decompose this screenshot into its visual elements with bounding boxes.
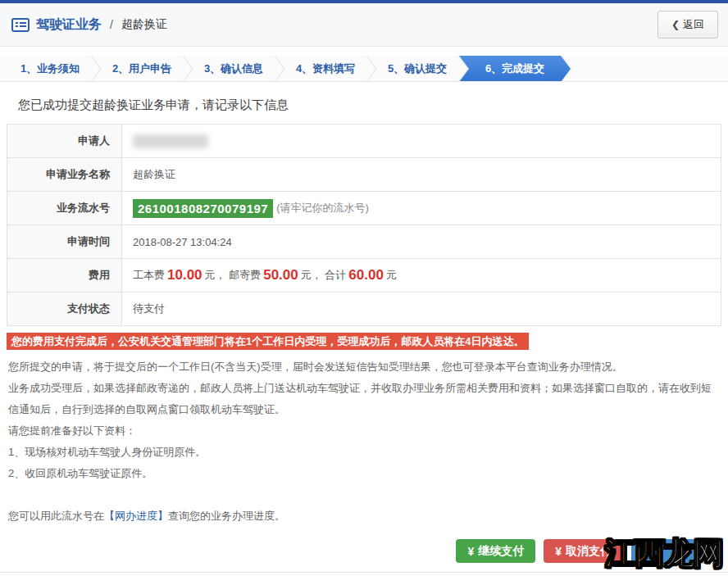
row-value xyxy=(122,125,721,157)
step-nav-filler xyxy=(562,56,728,81)
fee-part2-amount: 50.00 xyxy=(263,267,298,283)
row-value: 超龄换证 xyxy=(122,158,721,191)
page-title: 驾驶证业务 xyxy=(36,16,102,34)
progress-prefix: 您可以用此流水号在 xyxy=(8,510,104,522)
continue-payment-button[interactable]: ¥ 继续支付 xyxy=(456,539,535,563)
fee-part2-unit: 元， xyxy=(301,268,322,283)
step-tab-3[interactable]: 3、确认信息 xyxy=(184,56,284,82)
instructions: 您所提交的申请，将于提交后的一个工作日(不含当天)受理，届时会发送短信告知受理结… xyxy=(8,356,720,484)
row-value: 工本费 10.00 元， 邮寄费 50.00 元， 合计 60.00 元 xyxy=(122,259,721,292)
menu-list-icon xyxy=(11,18,30,32)
step-nav: 1、业务须知 2、用户申告 3、确认信息 4、资料填写 5、确认提交 6、完成提… xyxy=(0,56,728,82)
fee-part1-amount: 10.00 xyxy=(167,267,202,283)
page-header: 驾驶证业务 / 超龄换证 ❮ 返回 xyxy=(0,3,728,47)
cancel-payment-label: 取消支付 xyxy=(566,544,612,559)
table-row-applicant: 申请人 xyxy=(7,125,721,158)
progress-suffix: 查询您的业务办理进度。 xyxy=(168,510,285,522)
breadcrumb-separator: / xyxy=(110,18,113,31)
applicant-name-redacted xyxy=(133,134,208,148)
table-row-fee: 费用 工本费 10.00 元， 邮寄费 50.00 元， 合计 60.00 元 xyxy=(7,259,721,293)
chevron-left-icon: ❮ xyxy=(671,19,680,30)
row-label: 支付状态 xyxy=(7,293,122,325)
instruction-paragraph: 您所提交的申请，将于提交后的一个工作日(不含当天)受理，届时会发送短信告知受理结… xyxy=(8,356,720,378)
fee-part1-label: 工本费 xyxy=(133,268,165,283)
cancel-payment-button[interactable]: ¥ 取消支付 xyxy=(544,539,623,563)
currency-icon: ¥ xyxy=(555,545,562,558)
instruction-paragraph: 业务成功受理后，如果选择邮政寄递的，邮政人员将上门送达机动车驾驶证，并收取办理业… xyxy=(8,378,720,420)
success-message: 您已成功提交超龄换证业务申请，请记录以下信息 xyxy=(18,98,728,113)
fee-part3-amount: 60.00 xyxy=(348,267,384,283)
row-label: 申请人 xyxy=(7,125,122,157)
instruction-paragraph: 请您提前准备好以下资料： xyxy=(8,420,720,442)
row-label: 费用 xyxy=(7,259,122,292)
step-tab-2[interactable]: 2、用户申告 xyxy=(92,56,192,82)
row-label: 申请业务名称 xyxy=(7,158,122,191)
table-row-business-name: 申请业务名称 超龄换证 xyxy=(7,158,721,192)
serial-note: (请牢记你的流水号) xyxy=(276,201,369,215)
row-label: 申请时间 xyxy=(7,225,122,258)
obscured-blue-button[interactable] xyxy=(631,539,697,563)
row-value: 2018-08-27 13:04:24 xyxy=(122,225,721,258)
breadcrumb-current: 超龄换证 xyxy=(121,17,167,32)
table-row-pay-status: 支付状态 待支付 xyxy=(7,293,721,326)
fee-part1-unit: 元， xyxy=(205,268,226,283)
serial-number-badge: 261001808270079197 xyxy=(133,199,273,218)
instruction-paragraph: 2、收回原机动车驾驶证原件。 xyxy=(8,463,720,484)
back-button-label: 返回 xyxy=(683,17,704,32)
breadcrumb: 驾驶证业务 / 超龄换证 xyxy=(11,16,167,34)
step-tab-1[interactable]: 1、业务须知 xyxy=(0,56,100,82)
progress-link[interactable]: 【网办进度】 xyxy=(104,510,168,522)
row-value: 261001808270079197 (请牢记你的流水号) xyxy=(122,192,721,225)
watermark-char: 网 xyxy=(694,537,723,570)
fee-part3-unit: 元 xyxy=(386,268,397,283)
step-tab-5[interactable]: 5、确认提交 xyxy=(367,56,467,82)
table-row-apply-time: 申请时间 2018-08-27 13:04:24 xyxy=(7,225,721,259)
back-button[interactable]: ❮ 返回 xyxy=(657,11,718,39)
action-button-row: ¥ 继续支付 ¥ 取消支付 xyxy=(456,539,697,563)
fee-part3-label: 合计 xyxy=(325,268,346,283)
row-value: 待支付 xyxy=(122,293,721,325)
step-tab-6-active[interactable]: 6、完成提交 xyxy=(459,56,571,82)
application-info-table: 申请人 申请业务名称 超龄换证 业务流水号 261001808270079197… xyxy=(7,124,721,326)
step-tab-4[interactable]: 4、资料填写 xyxy=(275,56,375,82)
table-row-serial: 业务流水号 261001808270079197 (请牢记你的流水号) xyxy=(7,192,721,225)
bottom-divider xyxy=(0,572,728,573)
row-label: 业务流水号 xyxy=(7,192,122,225)
instruction-paragraph: 1、现场核对机动车驾驶人身份证明原件。 xyxy=(8,442,720,463)
continue-payment-label: 继续支付 xyxy=(478,544,524,559)
payment-warning-banner: 您的费用支付完成后，公安机关交通管理部门将在1个工作日内受理，受理成功后，邮政人… xyxy=(7,333,529,350)
currency-icon: ¥ xyxy=(467,545,474,558)
progress-query-line: 您可以用此流水号在【网办进度】查询您的业务办理进度。 xyxy=(8,509,720,524)
fee-part2-label: 邮寄费 xyxy=(229,268,261,283)
